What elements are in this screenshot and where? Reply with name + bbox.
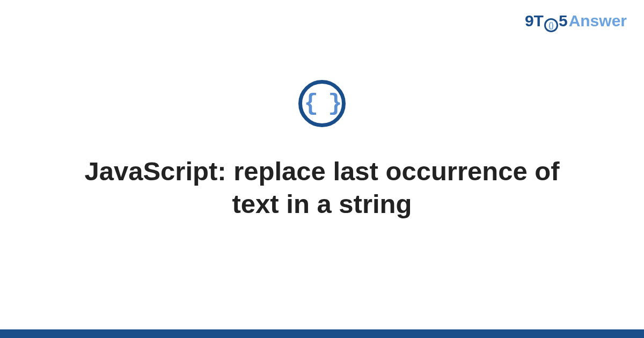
page-title: JavaScript: replace last occurrence of t… — [64, 155, 580, 221]
main-content: { } JavaScript: replace last occurrence … — [0, 0, 644, 338]
topic-icon-circle: { } — [298, 80, 346, 127]
footer-accent-bar — [0, 329, 644, 338]
code-braces-icon: { } — [304, 92, 340, 115]
